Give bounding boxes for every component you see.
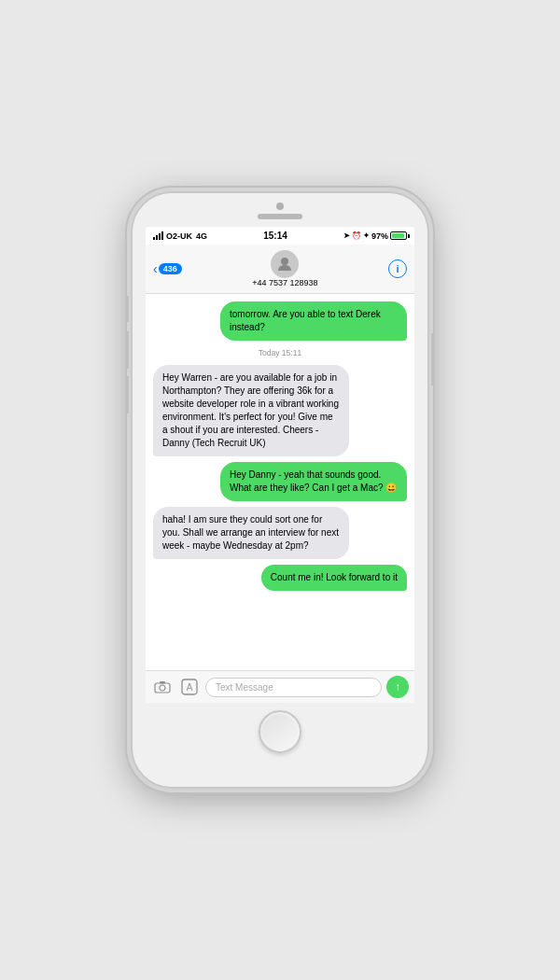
info-button[interactable]: i xyxy=(388,259,407,278)
message-text: haha! I am sure they could sort one for … xyxy=(162,514,339,551)
apps-button[interactable]: A xyxy=(178,676,201,698)
front-camera xyxy=(276,203,284,210)
input-bar: A Text Message ↑ xyxy=(146,670,414,703)
back-button[interactable]: ‹ 436 xyxy=(153,262,182,275)
svg-text:A: A xyxy=(187,682,193,693)
battery-pct-label: 97% xyxy=(371,231,388,241)
timestamp-label: Today 15:11 xyxy=(153,348,407,357)
svg-rect-3 xyxy=(160,681,165,684)
contact-number: +44 7537 128938 xyxy=(252,278,317,287)
unread-badge: 436 xyxy=(159,263,182,274)
phone-frame: O2-UK 4G 15:14 ➤ ⏰ ✦ 97% ‹ 436 xyxy=(131,191,429,789)
carrier-label: O2-UK xyxy=(166,231,192,241)
signal-icon xyxy=(153,231,163,240)
svg-point-2 xyxy=(160,685,165,691)
info-icon: i xyxy=(396,263,399,274)
location-icon: ➤ xyxy=(343,231,350,240)
send-icon: ↑ xyxy=(395,680,400,693)
battery-icon xyxy=(390,231,407,240)
svg-point-0 xyxy=(281,258,288,265)
message-bubble-outgoing: Count me in! Look forward to it xyxy=(261,565,407,591)
message-bubble-outgoing: tomorrow. Are you able to text Derek ins… xyxy=(220,301,407,341)
network-label: 4G xyxy=(196,231,207,241)
phone-top xyxy=(133,193,427,219)
message-text: Hey Warren - are you available for a job… xyxy=(162,372,339,448)
status-bar: O2-UK 4G 15:14 ➤ ⏰ ✦ 97% xyxy=(146,227,414,245)
message-bubble-incoming: haha! I am sure they could sort one for … xyxy=(153,507,349,559)
message-input[interactable]: Text Message xyxy=(205,678,382,697)
alarm-icon: ⏰ xyxy=(352,231,361,240)
volume-up-button[interactable] xyxy=(125,331,129,369)
avatar xyxy=(271,250,299,278)
camera-button[interactable] xyxy=(151,676,174,698)
contact-info: +44 7537 128938 xyxy=(252,250,317,287)
send-button[interactable]: ↑ xyxy=(386,676,409,698)
status-left: O2-UK 4G xyxy=(153,231,207,241)
messages-list: tomorrow. Are you able to text Derek ins… xyxy=(146,294,414,670)
message-bubble-incoming: Hey Warren - are you available for a job… xyxy=(153,365,349,456)
message-bubble-outgoing: Hey Danny - yeah that sounds good. What … xyxy=(220,462,407,501)
chat-header: ‹ 436 +44 7537 128938 i xyxy=(146,245,414,294)
message-text: Count me in! Look forward to it xyxy=(271,572,398,582)
chevron-left-icon: ‹ xyxy=(153,262,158,275)
message-text: Hey Danny - yeah that sounds good. What … xyxy=(230,469,397,493)
power-button[interactable] xyxy=(431,333,435,385)
speaker xyxy=(258,214,302,219)
bluetooth-icon: ✦ xyxy=(363,231,370,240)
home-button[interactable] xyxy=(259,710,301,753)
status-right: ➤ ⏰ ✦ 97% xyxy=(343,231,407,241)
message-text: tomorrow. Are you able to text Derek ins… xyxy=(230,309,381,332)
input-placeholder: Text Message xyxy=(216,682,273,693)
home-button-area xyxy=(259,710,301,753)
screen: O2-UK 4G 15:14 ➤ ⏰ ✦ 97% ‹ 436 xyxy=(146,227,414,703)
time-label: 15:14 xyxy=(263,231,287,241)
volume-down-button[interactable] xyxy=(125,376,129,413)
